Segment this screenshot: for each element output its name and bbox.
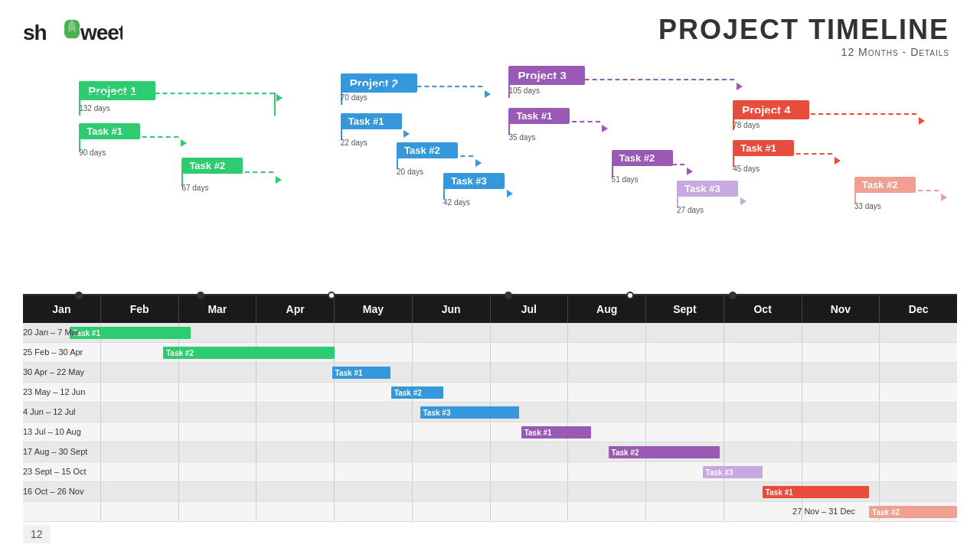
- p3-t3-days: 27 days: [677, 206, 704, 214]
- svg-text:weet: weet: [80, 21, 122, 44]
- page-number: 12: [23, 525, 51, 543]
- month-oct: Oct: [724, 295, 802, 323]
- p2-dashed: [341, 86, 482, 87]
- p3-dashed: [508, 79, 734, 80]
- page-header: sh weet Project Timeline 12 Months - Det…: [0, 0, 980, 58]
- month-jan: Jan: [23, 295, 101, 323]
- p2-t2-days: 20 days: [397, 168, 423, 176]
- month-sept: Sept: [646, 295, 724, 323]
- p3-t1-days: 35 days: [508, 133, 535, 142]
- month-mar: Mar: [179, 295, 257, 323]
- svg-text:sh: sh: [23, 21, 47, 44]
- milestone-1: [75, 292, 83, 299]
- logo: sh weet: [23, 14, 122, 53]
- row-p4-t1: Task #1 16 Oct – 26 Nov: [23, 482, 957, 502]
- row-p2-t2: Task #2 23 May – 12 Jun: [23, 383, 957, 403]
- p1-t2-days: 67 days: [181, 184, 208, 192]
- month-aug: Aug: [568, 295, 646, 323]
- calendar: Jan Feb Mar Apr May Jun Jul Aug Sept Oct…: [23, 295, 957, 522]
- month-jul: Jul: [491, 295, 569, 323]
- p2-t2-dashed: [397, 155, 473, 157]
- bar-p1-t2: Task #2: [163, 347, 335, 359]
- date-p1-t1: 20 Jan – 7 Mar: [23, 328, 79, 337]
- p2-t3-days: 42 days: [443, 198, 470, 207]
- gantt-rows: Task #1 20 Jan – 7 Mar Task #2 25 Feb – …: [23, 323, 957, 522]
- bar-p3-t1: Task #1: [521, 426, 592, 439]
- p1-dashed: [79, 93, 274, 94]
- project3-box: Project 3: [508, 66, 585, 85]
- p3-t1-dashed: [508, 121, 600, 122]
- bar-p3-t2: Task #2: [609, 446, 720, 458]
- bar-p2-t3: Task #3: [420, 406, 519, 419]
- p3-t3-dashed: [677, 194, 738, 195]
- date-p3-t2: 17 Aug – 30 Sept: [23, 447, 87, 456]
- project4-box: Project 4: [733, 100, 809, 119]
- bar-p2-t1: Task #1: [332, 367, 390, 379]
- p2-t1-days: 22 days: [341, 139, 368, 147]
- bar-p4-t2: Task #2: [869, 506, 957, 518]
- row-p3-t2: Task #2 17 Aug – 30 Sept: [23, 442, 957, 462]
- main-title: Project Timeline: [658, 14, 949, 46]
- date-p2-t2: 23 May – 12 Jun: [23, 387, 85, 396]
- row-p1-t2: Task #2 25 Feb – 30 Apr: [23, 343, 957, 363]
- date-p1-t2: 25 Feb – 30 Apr: [23, 347, 83, 357]
- date-p3-t1: 13 Jul – 10 Aug: [23, 427, 81, 436]
- p4-t1-dashed: [733, 153, 832, 155]
- milestone-2: [197, 292, 204, 299]
- month-header: Jan Feb Mar Apr May Jun Jul Aug Sept Oct…: [23, 295, 957, 323]
- p4-t2-dashed: [854, 190, 939, 191]
- p2-t3-dashed: [443, 186, 505, 187]
- svg-point-4: [68, 31, 76, 38]
- date-p3-t3: 23 Sept – 15 Oct: [23, 467, 87, 476]
- p4-days: 78 days: [733, 121, 760, 129]
- row-p3-t1: Task #1 13 Jul – 10 Aug: [23, 422, 957, 442]
- date-p2-t3: 4 Jun – 12 Jul: [23, 407, 76, 416]
- bar-p2-t2: Task #2: [391, 386, 443, 399]
- p4-t1-days: 45 days: [733, 165, 760, 173]
- p3-days: 105 days: [508, 86, 540, 95]
- gantt-diagram: Project 1 132 days Task #1 90 days Task …: [23, 66, 957, 295]
- p1-t1-dashed: [79, 136, 178, 138]
- p1-t2-dashed: [181, 171, 273, 173]
- milestone-6: [729, 292, 737, 299]
- p2-days: 70 days: [341, 93, 368, 102]
- month-apr: Apr: [256, 295, 335, 323]
- p4-dashed: [733, 113, 916, 115]
- subtitle: 12 Months - Details: [658, 46, 949, 58]
- p1-arrow: [276, 94, 283, 102]
- milestone-4: [505, 292, 512, 299]
- p2-t1-dashed: [341, 126, 402, 128]
- row-p2-t3: Task #3 4 Jun – 12 Jul: [23, 403, 957, 422]
- p3-t2-dashed: [612, 164, 684, 165]
- month-nov: Nov: [802, 295, 880, 323]
- row-p4-t2: Task #2 27 Nov – 31 Dec: [23, 502, 957, 522]
- month-dec: Dec: [880, 295, 957, 323]
- bar-p3-t3: Task #3: [703, 466, 763, 478]
- row-p1-t1: Task #1 20 Jan – 7 Mar: [23, 323, 957, 343]
- date-p4-t2: 27 Nov – 31 Dec: [792, 507, 855, 516]
- month-feb: Feb: [101, 295, 179, 323]
- timeline-bar: [23, 294, 957, 295]
- row-p2-t1: Task #1 30 Apr – 22 May: [23, 363, 957, 383]
- project2-box: Project 2: [341, 73, 417, 93]
- milestone-3: [328, 292, 335, 299]
- p1-right-bracket: [274, 93, 276, 116]
- title-block: Project Timeline 12 Months - Details: [658, 14, 949, 58]
- month-may: May: [335, 295, 413, 323]
- bar-p1-t1: Task #1: [70, 327, 191, 339]
- date-p4-t1: 16 Oct – 26 Nov: [23, 487, 84, 496]
- date-p2-t1: 30 Apr – 22 May: [23, 367, 84, 377]
- project1-box: Project 1: [79, 81, 155, 100]
- row-p3-t3: Task #3 23 Sept – 15 Oct: [23, 462, 957, 482]
- bar-p4-t1: Task #1: [763, 486, 869, 498]
- p4-t2-days: 33 days: [854, 202, 881, 210]
- p1-t1-days: 90 days: [79, 148, 106, 157]
- p3-t2-days: 51 days: [612, 175, 639, 184]
- p1-days: 132 days: [79, 104, 110, 112]
- month-jun: Jun: [413, 295, 491, 323]
- milestone-5: [626, 292, 634, 299]
